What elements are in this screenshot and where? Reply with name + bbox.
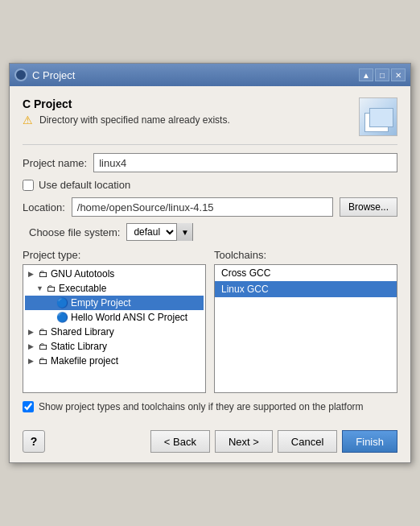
close-button[interactable]: ✕	[391, 68, 406, 81]
warning-icon: ⚠	[23, 114, 35, 126]
toolchains-label: Toolchains:	[214, 249, 397, 261]
c-project-dialog: C Project ▲ □ ✕ C Project ⚠ Directory wi…	[9, 63, 411, 463]
tree-item-makefile-project[interactable]: ▶ 🗀 Makefile project	[25, 354, 204, 368]
use-default-location-label: Use default location	[39, 179, 130, 191]
toolchain-cross-gcc[interactable]: Cross GCC	[215, 265, 397, 281]
shared-library-arrow: ▶	[28, 328, 36, 336]
help-button[interactable]: ?	[23, 430, 45, 453]
maximize-button[interactable]: □	[375, 68, 389, 81]
header-image	[359, 97, 397, 136]
use-default-location-checkbox[interactable]	[23, 180, 34, 191]
title-bar-buttons: ▲ □ ✕	[359, 68, 406, 81]
browse-button[interactable]: Browse...	[340, 197, 397, 217]
project-type-container: Project type: ▶ 🗀 GNU Autotools ▼ 🗀 Exec…	[23, 249, 206, 393]
location-label: Location:	[23, 201, 65, 213]
makefile-folder-icon: 🗀	[39, 355, 48, 367]
project-name-label: Project name:	[23, 157, 87, 169]
executable-arrow: ▼	[36, 284, 44, 292]
static-library-arrow: ▶	[28, 342, 36, 350]
gnu-autotools-folder-icon: 🗀	[39, 268, 48, 280]
warning-text: Directory with specified name already ex…	[39, 114, 230, 126]
shared-library-folder-icon: 🗀	[39, 326, 48, 338]
cancel-button[interactable]: Cancel	[278, 430, 337, 453]
toolchains-list[interactable]: Cross GCC Linux GCC	[214, 264, 397, 393]
bottom-buttons: ? < Back Next > Cancel Finish	[10, 424, 410, 462]
shared-library-label: Shared Library	[51, 326, 114, 338]
title-bar: C Project ▲ □ ✕	[10, 64, 410, 86]
page-title: C Project	[23, 97, 230, 110]
show-supported-checkbox[interactable]	[23, 401, 34, 412]
warning-row: ⚠ Directory with specified name already …	[23, 114, 230, 126]
header-left: C Project ⚠ Directory with specified nam…	[23, 97, 230, 126]
minimize-button[interactable]: ▲	[359, 68, 373, 81]
location-input[interactable]	[72, 197, 333, 217]
location-row: Location: Browse...	[23, 197, 397, 217]
show-supported-label: Show project types and toolchains only i…	[39, 401, 364, 412]
tree-item-gnu-autotools[interactable]: ▶ 🗀 GNU Autotools	[25, 267, 204, 281]
tree-item-hello-world[interactable]: 🔵 Hello World ANSI C Project	[25, 310, 204, 325]
lists-section: Project type: ▶ 🗀 GNU Autotools ▼ 🗀 Exec…	[23, 249, 397, 393]
project-name-input[interactable]	[93, 153, 397, 172]
gnu-autotools-arrow: ▶	[28, 270, 36, 278]
static-library-folder-icon: 🗀	[39, 341, 48, 352]
executable-label: Executable	[59, 283, 106, 294]
project-type-list[interactable]: ▶ 🗀 GNU Autotools ▼ 🗀 Executable 🔵 Empty…	[23, 264, 206, 393]
static-library-label: Static Library	[51, 341, 107, 352]
show-supported-row: Show project types and toolchains only i…	[23, 401, 397, 412]
hello-world-label: Hello World ANSI C Project	[71, 312, 187, 323]
header-section: C Project ⚠ Directory with specified nam…	[23, 97, 397, 145]
next-button[interactable]: Next >	[215, 430, 273, 453]
toolchains-container: Toolchains: Cross GCC Linux GCC	[214, 249, 397, 393]
project-name-row: Project name:	[23, 153, 397, 172]
tree-item-shared-library[interactable]: ▶ 🗀 Shared Library	[25, 325, 204, 339]
makefile-label: Makefile project	[51, 355, 118, 367]
nav-buttons: < Back Next > Cancel Finish	[150, 430, 397, 453]
tree-item-empty-project[interactable]: 🔵 Empty Project	[25, 296, 204, 310]
filesystem-select[interactable]: defaul	[127, 223, 176, 241]
gnu-autotools-label: GNU Autotools	[51, 268, 114, 280]
use-default-location-row: Use default location	[23, 179, 397, 191]
title-bar-title: C Project	[32, 69, 75, 81]
filesystem-label: Choose file system:	[29, 226, 120, 238]
empty-project-icon: 🔵	[56, 297, 68, 309]
dialog-content: C Project ⚠ Directory with specified nam…	[10, 86, 410, 424]
filesystem-row: Choose file system: defaul ▼	[23, 223, 397, 241]
toolchain-linux-gcc[interactable]: Linux GCC	[215, 281, 397, 297]
finish-button[interactable]: Finish	[342, 430, 397, 453]
tree-item-executable[interactable]: ▼ 🗀 Executable	[25, 281, 204, 296]
tree-item-static-library[interactable]: ▶ 🗀 Static Library	[25, 339, 204, 354]
form-section: Project name: Use default location Locat…	[23, 153, 397, 241]
makefile-arrow: ▶	[28, 357, 36, 365]
hello-world-icon: 🔵	[56, 312, 68, 323]
title-bar-left: C Project	[14, 68, 75, 81]
dialog-icon	[14, 68, 27, 81]
filesystem-dropdown[interactable]: defaul ▼	[126, 223, 193, 241]
back-button[interactable]: < Back	[150, 430, 210, 453]
empty-project-label: Empty Project	[71, 297, 131, 309]
executable-folder-icon: 🗀	[47, 283, 56, 294]
project-type-label: Project type:	[23, 249, 206, 261]
dropdown-arrow-icon: ▼	[176, 223, 192, 241]
